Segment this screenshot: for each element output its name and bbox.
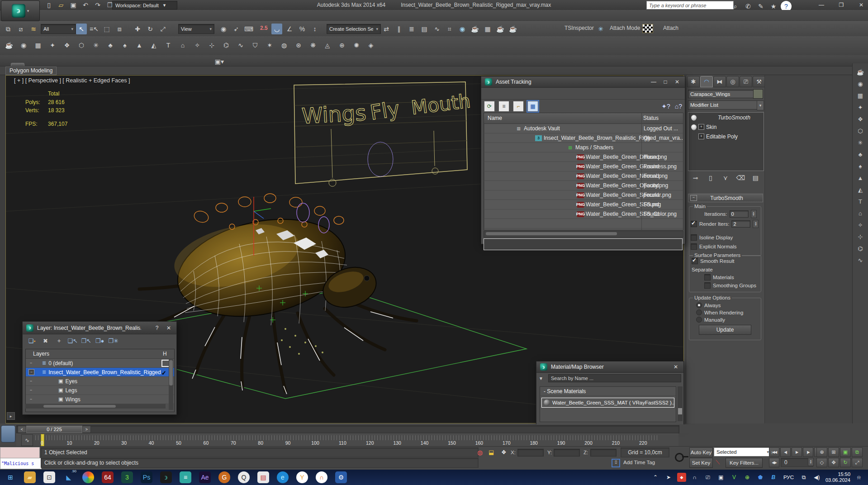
- toolbar-icon-14-icon[interactable]: ✧: [192, 40, 203, 51]
- side-toolbar-icon-2-icon[interactable]: ◉: [855, 79, 866, 89]
- keyboard-shortcut-override-icon[interactable]: ⌨: [243, 24, 254, 34]
- key-filters-button[interactable]: Key Filters...: [726, 458, 763, 468]
- select-and-scale-icon[interactable]: ⤢: [157, 24, 168, 34]
- y-app-icon[interactable]: Y: [296, 471, 308, 483]
- 3dsmax-file-icon[interactable]: 3: [121, 471, 133, 483]
- vertical-scrollbar[interactable]: [169, 359, 173, 410]
- auto-key-button[interactable]: Auto Key: [689, 447, 713, 457]
- side-toolbar-icon-17-icon[interactable]: ∿: [855, 255, 866, 265]
- context-help-icon[interactable]: ⌂?: [675, 103, 682, 110]
- layer-row[interactable]: − 0 (default): [26, 359, 174, 368]
- pin-stack-icon[interactable]: ⊸: [690, 172, 701, 183]
- isoline-checkbox[interactable]: [691, 234, 697, 241]
- previous-key-button[interactable]: ◀|: [780, 447, 791, 457]
- ribbon-tab[interactable]: [11, 63, 24, 66]
- menu-item[interactable]: [122, 10, 134, 21]
- 3dsmax-icon[interactable]: ϶: [160, 471, 172, 483]
- side-toolbar-icon-14-icon[interactable]: ✧: [855, 220, 866, 230]
- toolbar-icon-9-icon[interactable]: ♠: [119, 40, 130, 51]
- when-rendering-radio[interactable]: [696, 309, 702, 315]
- motion-tab[interactable]: ◎: [726, 76, 739, 87]
- search-input[interactable]: Type a keyword or phrase: [646, 1, 734, 10]
- side-toolbar-icon-16-icon[interactable]: ⌬: [855, 243, 866, 253]
- checker-swatch-icon[interactable]: [642, 24, 653, 33]
- materials-checkbox[interactable]: [704, 274, 711, 281]
- save-file-icon[interactable]: ▣: [68, 0, 79, 10]
- settings-app-icon[interactable]: ⚙: [335, 471, 347, 483]
- side-toolbar-icon-8-icon[interactable]: ♣: [855, 149, 866, 159]
- modifier-stack-row[interactable]: + Editable Poly: [688, 132, 764, 141]
- next-key-button[interactable]: |▶: [803, 447, 813, 457]
- volume-icon[interactable]: ◀): [812, 473, 821, 482]
- new-file-icon[interactable]: ▯: [43, 0, 54, 10]
- align-icon[interactable]: ∥: [394, 24, 404, 34]
- spinner-arrows[interactable]: ▲▼: [751, 210, 757, 218]
- menu-item[interactable]: [157, 10, 169, 21]
- side-toolbar-icon-10-icon[interactable]: ▲: [855, 173, 866, 183]
- window-crossing-icon[interactable]: ⧈: [114, 24, 125, 34]
- toolbar-icon-3-icon[interactable]: ▦: [33, 40, 43, 51]
- viewport-layout-tab[interactable]: ▸: [7, 412, 15, 420]
- time-tag-icon[interactable]: ▯: [612, 459, 620, 467]
- asset-row[interactable]: 3 Insect_Water_Beetle_Brown_Realistic_Ri…: [484, 133, 683, 143]
- undo-icon[interactable]: ↶: [80, 0, 91, 10]
- asset-row[interactable]: ▥ Autodesk Vault Logged Out ...: [484, 124, 683, 133]
- asset-row[interactable]: PNG Water_Beetle_Green_SSS_Color.png Fou…: [484, 209, 683, 219]
- horizontal-scrollbar[interactable]: [484, 231, 683, 238]
- select-and-move-icon[interactable]: ✚: [132, 24, 143, 34]
- floppy-app-icon[interactable]: ▤: [257, 471, 269, 483]
- update-button[interactable]: Update: [699, 325, 751, 335]
- maxscript-mini-listener[interactable]: "Malicious s: [0, 458, 42, 469]
- side-toolbar-icon-1-icon[interactable]: ☕: [855, 67, 866, 77]
- layer-properties-icon[interactable]: ❐✳: [109, 337, 118, 345]
- spinner-snap-icon[interactable]: ↕: [309, 24, 320, 34]
- layer-manager-icon[interactable]: ≣: [406, 24, 417, 34]
- set-keys-button[interactable]: [673, 448, 686, 467]
- zoom-all-icon[interactable]: ⊞: [828, 447, 839, 457]
- select-and-manipulate-icon[interactable]: ➶: [231, 24, 242, 34]
- schematic-view-icon[interactable]: ⌗: [444, 24, 455, 34]
- modifier-stack-row[interactable]: + TurboSmooth: [688, 113, 764, 122]
- layer-dialog[interactable]: ϶ Layer: Insect_Water_Beetle_Brown_Reali…: [22, 321, 177, 415]
- side-toolbar-icon-3-icon[interactable]: ▦: [855, 90, 866, 100]
- angle-snap-icon[interactable]: ∠: [284, 24, 295, 34]
- side-toolbar-icon-11-icon[interactable]: ◭: [855, 185, 866, 195]
- turbosmooth-rollout-header[interactable]: − TurboSmooth: [688, 194, 763, 202]
- iterations-field[interactable]: 0: [730, 210, 749, 218]
- side-toolbar-icon-6-icon[interactable]: ⬡: [855, 126, 866, 136]
- close-button[interactable]: ✕: [165, 325, 173, 331]
- render-iterative-icon[interactable]: ☕: [508, 24, 518, 34]
- reference-coordinate-dropdown[interactable]: View▾: [178, 24, 214, 34]
- collapse-icon[interactable]: −: [690, 195, 697, 201]
- display-connect-icon[interactable]: ⎚: [703, 473, 712, 482]
- toolbar-icon-4-icon[interactable]: ✦: [47, 40, 58, 51]
- create-tab[interactable]: ✱: [687, 76, 700, 87]
- key-mode-dropdown[interactable]: Selected▾: [714, 447, 772, 456]
- toolbar-icon-26-icon[interactable]: ◈: [365, 40, 376, 51]
- search-app-icon[interactable]: Q: [238, 471, 250, 483]
- material-browser-titlebar[interactable]: ϶ Material/Map Browser ✕: [536, 361, 683, 373]
- asset-row[interactable]: PNG Water_Beetle_Green_Normal.png Found: [484, 171, 683, 181]
- layer-row[interactable]: − Wings: [26, 395, 174, 404]
- menu-item[interactable]: [40, 10, 52, 21]
- snipping-app-icon[interactable]: ⊡: [43, 471, 55, 483]
- mirror-icon[interactable]: ⇄: [381, 24, 392, 34]
- toolbar-icon-22-icon[interactable]: ❋: [308, 40, 318, 51]
- toolbar-icon-19-icon[interactable]: ✶: [264, 40, 275, 51]
- layer-state-cell[interactable]: [161, 388, 168, 393]
- toolbar-icon-20-icon[interactable]: ◍: [279, 40, 289, 51]
- material-search-input[interactable]: Search by Name ...: [548, 374, 681, 382]
- asset-row[interactable]: PNG Water_Beetle_Green_SSS.png Found: [484, 200, 683, 209]
- configure-modifier-sets-icon[interactable]: ▤: [750, 172, 761, 183]
- snaps-toggle-icon[interactable]: ◡: [271, 24, 282, 34]
- telegram-icon[interactable]: ➤: [664, 473, 673, 482]
- select-object-icon[interactable]: ↖: [76, 24, 87, 34]
- toolbar-icon-7-icon[interactable]: ✳: [90, 40, 101, 51]
- toolbar-icon-11-icon[interactable]: ◭: [148, 40, 159, 51]
- expand-icon[interactable]: +: [698, 124, 704, 130]
- close-button[interactable]: ✕: [672, 364, 680, 370]
- expand-icon[interactable]: −: [28, 361, 33, 366]
- field-of-view-icon[interactable]: ◇: [816, 458, 827, 467]
- devices-icon[interactable]: ⧉: [799, 473, 808, 482]
- orbit-icon[interactable]: ↻: [840, 458, 851, 467]
